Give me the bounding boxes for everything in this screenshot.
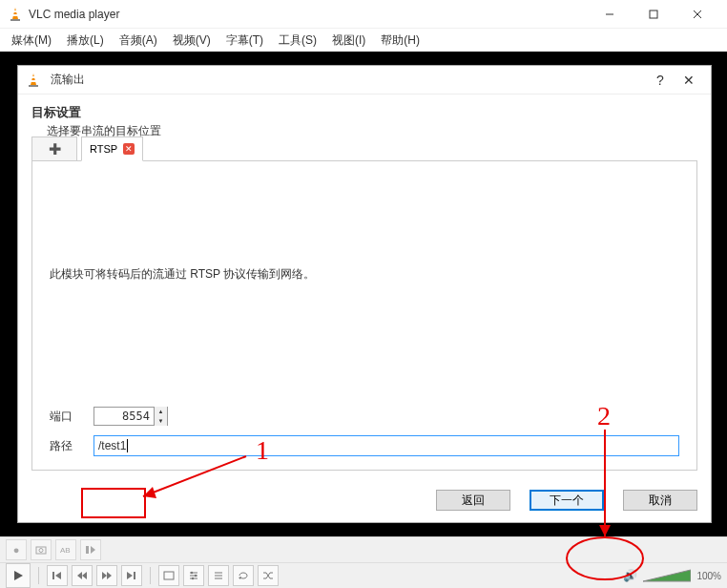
svg-marker-22 xyxy=(102,572,107,579)
minimize-button[interactable] xyxy=(588,0,632,29)
seek-back-button[interactable] xyxy=(72,565,93,586)
menu-playback[interactable]: 播放(L) xyxy=(59,31,112,51)
vlc-icon xyxy=(26,73,41,88)
menu-help[interactable]: 帮助(H) xyxy=(373,31,427,51)
svg-marker-17 xyxy=(14,571,23,580)
port-label: 端口 xyxy=(50,409,93,425)
svg-text:AB: AB xyxy=(60,546,71,555)
port-input[interactable]: 8554 ▲ ▼ xyxy=(93,407,168,426)
svg-marker-16 xyxy=(91,546,95,554)
destination-tabs: ✚ RTSP ✕ 此模块可将转码后的流通过 RTSP 协议传输到网络。 端口 8… xyxy=(31,160,697,471)
close-button[interactable] xyxy=(675,0,719,29)
tab-close-icon[interactable]: ✕ xyxy=(123,143,135,155)
next-button[interactable]: 下一个 xyxy=(530,490,604,511)
svg-rect-10 xyxy=(31,76,35,78)
record-button[interactable]: ● xyxy=(6,539,27,560)
skip-forward-button[interactable] xyxy=(121,565,142,586)
svg-marker-8 xyxy=(31,74,36,85)
speaker-icon[interactable]: 🔊 xyxy=(623,569,637,582)
svg-point-13 xyxy=(39,549,43,553)
svg-rect-15 xyxy=(86,546,89,554)
atob-loop-button[interactable]: AB xyxy=(55,539,76,560)
path-input[interactable]: /test1 xyxy=(93,435,679,456)
tab-rtsp[interactable]: RTSP ✕ xyxy=(81,136,143,161)
add-destination-tab[interactable]: ✚ xyxy=(31,136,77,161)
svg-point-32 xyxy=(192,578,194,579)
seek-forward-button[interactable] xyxy=(96,565,117,586)
path-value: /test1 xyxy=(98,439,126,452)
stream-output-dialog: 流输出 ? ✕ 目标设置 选择要串流的目标位置 ✚ RTSP ✕ 此模块可将转码… xyxy=(17,65,712,523)
back-button[interactable]: 返回 xyxy=(436,490,510,511)
menu-subtitle[interactable]: 字幕(T) xyxy=(218,31,271,51)
svg-rect-5 xyxy=(650,10,657,18)
skip-back-button[interactable] xyxy=(47,565,68,586)
svg-marker-20 xyxy=(77,572,82,579)
svg-rect-11 xyxy=(31,80,36,82)
shuffle-button[interactable] xyxy=(258,565,279,586)
menu-tools[interactable]: 工具(S) xyxy=(271,31,324,51)
fullscreen-button[interactable] xyxy=(158,565,179,586)
svg-rect-1 xyxy=(10,19,20,21)
loop-button[interactable] xyxy=(233,565,254,586)
svg-rect-18 xyxy=(52,572,54,579)
frame-step-button[interactable] xyxy=(80,539,101,560)
menu-audio[interactable]: 音频(A) xyxy=(112,31,165,51)
volume-slider[interactable] xyxy=(643,568,691,583)
menu-media[interactable]: 媒体(M) xyxy=(4,31,59,51)
maximize-button[interactable] xyxy=(632,0,675,29)
playback-toolbar: 🔊 100% xyxy=(0,562,727,588)
module-description: 此模块可将转码后的流通过 RTSP 协议传输到网络。 xyxy=(50,266,679,283)
dialog-title: 流输出 xyxy=(51,72,646,88)
svg-marker-24 xyxy=(127,572,133,579)
svg-rect-2 xyxy=(13,10,17,12)
dialog-title-bar: 流输出 ? ✕ xyxy=(18,66,711,94)
svg-marker-0 xyxy=(12,8,18,19)
port-spin-down[interactable]: ▼ xyxy=(155,416,167,426)
volume-percent: 100% xyxy=(696,571,721,581)
secondary-toolbar: ● AB xyxy=(0,536,727,562)
section-title: 目标设置 xyxy=(31,104,697,121)
main-window-title: VLC media player xyxy=(29,8,588,21)
playlist-button[interactable] xyxy=(208,565,229,586)
dialog-close-button[interactable]: ✕ xyxy=(675,73,703,88)
extended-settings-button[interactable] xyxy=(183,565,204,586)
snapshot-button[interactable] xyxy=(31,539,52,560)
vlc-icon xyxy=(8,7,23,22)
svg-marker-19 xyxy=(55,572,61,579)
menu-video[interactable]: 视频(V) xyxy=(165,31,218,51)
svg-marker-21 xyxy=(82,572,87,579)
main-title-bar: VLC media player xyxy=(0,0,727,29)
svg-marker-23 xyxy=(107,572,112,579)
tab-label: RTSP xyxy=(90,143,117,155)
play-button[interactable] xyxy=(6,563,31,588)
svg-point-31 xyxy=(195,575,197,577)
menu-view[interactable]: 视图(I) xyxy=(324,31,373,51)
menu-bar: 媒体(M) 播放(L) 音频(A) 视频(V) 字幕(T) 工具(S) 视图(I… xyxy=(0,29,727,52)
port-spin-up[interactable]: ▲ xyxy=(155,407,167,416)
svg-rect-26 xyxy=(164,572,174,579)
svg-point-30 xyxy=(191,572,193,574)
svg-rect-25 xyxy=(134,572,135,579)
svg-rect-3 xyxy=(12,14,18,16)
port-value: 8554 xyxy=(94,410,154,423)
path-label: 路径 xyxy=(50,438,93,454)
svg-rect-9 xyxy=(29,85,38,87)
dialog-help-button[interactable]: ? xyxy=(646,73,675,88)
cancel-button[interactable]: 取消 xyxy=(623,490,697,511)
